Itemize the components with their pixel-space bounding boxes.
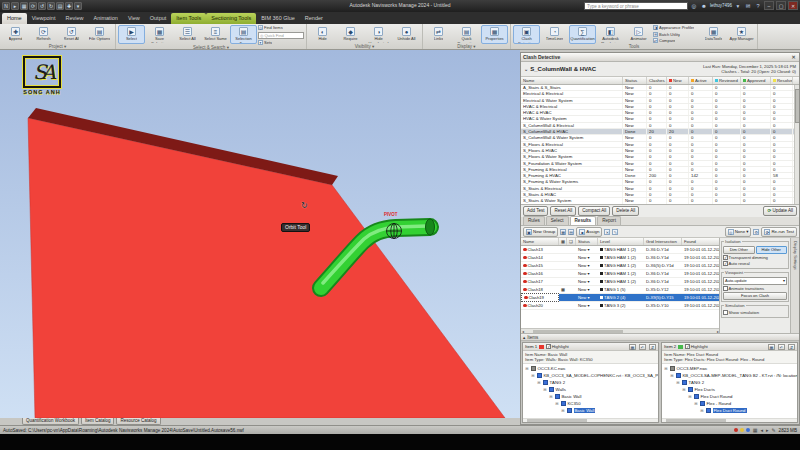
- tree-node[interactable]: ⊞Walls: [523, 386, 658, 393]
- item-grid-icon[interactable]: ▦: [629, 344, 636, 350]
- ribbon-tab-output[interactable]: Output: [145, 13, 172, 24]
- message-icon[interactable]: ✉: [744, 2, 752, 10]
- result-status[interactable]: New ▾: [576, 254, 598, 261]
- auto-reveal-checkbox[interactable]: Auto reveal: [723, 261, 787, 266]
- item-back-icon[interactable]: ↶: [778, 344, 785, 350]
- tree-node[interactable]: ⊞Basic Wall: [523, 393, 658, 400]
- refresh-button[interactable]: ⟳Refresh: [30, 25, 57, 44]
- append-button[interactable]: ✚Append: [2, 25, 29, 44]
- item-tree[interactable]: ⊞OCC3-MEP.nwc⊞KB_OCC3-SA-MEP-MODEL_TẦNG …: [662, 364, 797, 418]
- result-status[interactable]: New ▾: [576, 270, 598, 277]
- ribbon-tab-review[interactable]: Review: [60, 13, 88, 24]
- ungroup-icon[interactable]: ▤: [568, 229, 574, 235]
- result-status[interactable]: New ▾: [576, 278, 598, 285]
- timeliner-button[interactable]: ◔TimeLiner: [541, 25, 568, 44]
- help-icon[interactable]: ?: [754, 2, 762, 10]
- find-items-button[interactable]: ◎Find Items: [258, 25, 304, 31]
- compact-all-button[interactable]: Compact All: [578, 206, 610, 216]
- result-status[interactable]: New ▾: [576, 302, 598, 309]
- tree-expand-icon[interactable]: ⊞: [531, 373, 535, 378]
- dropdown-caret-icon[interactable]: ▾: [734, 2, 742, 10]
- result-status[interactable]: New ▾: [576, 294, 598, 301]
- assign-button[interactable]: ☻ Assign: [576, 227, 602, 237]
- save-selection-button[interactable]: ▦Save Selection: [146, 25, 173, 44]
- update-all-button[interactable]: ⟳ Update All: [763, 206, 797, 216]
- focus-on-clash-button[interactable]: Focus on Clash: [723, 292, 787, 300]
- delete-all-button[interactable]: Delete All: [612, 206, 639, 216]
- tests-col-clashes[interactable]: Clashes: [647, 77, 667, 84]
- qat-icon-8[interactable]: ▾: [74, 2, 82, 10]
- ribbon-tab-sectioning-tools[interactable]: Sectioning Tools: [206, 13, 256, 24]
- prev-sheet-icon[interactable]: ◂: [760, 427, 763, 433]
- ribbon-tab-item-tools[interactable]: Item Tools: [171, 13, 206, 24]
- select-same-button[interactable]: ≡Select Same: [202, 25, 229, 44]
- tree-expand-icon[interactable]: ⊞: [543, 387, 547, 392]
- sheet-browser-icon[interactable]: ▦: [753, 427, 758, 433]
- reset-all-button[interactable]: Reset All: [550, 206, 576, 216]
- write-report-icon[interactable]: ✎: [612, 229, 618, 235]
- clash-tab-report[interactable]: Report: [597, 216, 621, 225]
- results-col-level[interactable]: Level: [598, 238, 644, 245]
- ribbon-tab-render[interactable]: Render: [300, 13, 328, 24]
- dim-other-button[interactable]: Dim Other: [723, 246, 755, 254]
- tests-col-approved[interactable]: Approved: [741, 77, 771, 84]
- tree-node[interactable]: ⊞TẦNG 2: [523, 379, 658, 386]
- display-settings-tab[interactable]: Display Settings: [790, 238, 799, 333]
- results-col-found[interactable]: Found: [682, 238, 720, 245]
- ribbon-tab-viewpoint[interactable]: Viewpoint: [27, 13, 61, 24]
- tree-node[interactable]: ⊞Flex Duct Round: [662, 407, 797, 414]
- item-swap-icon[interactable]: ⇵: [788, 344, 795, 350]
- unhide-all-button[interactable]: ●Unhide All: [393, 25, 420, 44]
- panel-title-bar[interactable]: Clash Detective ✕: [521, 53, 799, 62]
- tree-expand-icon[interactable]: ⊞: [555, 401, 559, 406]
- group-icon[interactable]: ▦: [560, 229, 566, 235]
- ribbon-tab-bim-360-glue[interactable]: BIM 360 Glue: [256, 13, 300, 24]
- tree-expand-icon[interactable]: ⊞: [688, 394, 692, 399]
- tree-expand-icon[interactable]: ⊞: [682, 387, 686, 392]
- datatools-button[interactable]: ▦DataTools: [700, 25, 727, 44]
- select-all-button[interactable]: ☰Select All: [174, 25, 201, 44]
- user-avatar-icon[interactable]: ☻: [700, 2, 708, 10]
- tree-node[interactable]: ⊞Flex - Round: [662, 400, 797, 407]
- item-tree[interactable]: ⊞OCC3-KC.nwc⊞KB_OCC3_SA_MODEL-COPHENKC.r…: [523, 364, 658, 418]
- settings-icon[interactable]: ⚙: [753, 229, 759, 235]
- hide-other-button[interactable]: Hide Other: [756, 246, 788, 254]
- bottom-tab-resource-catalog[interactable]: Resource Catalog: [116, 418, 160, 425]
- quantification-button[interactable]: ∑Quantification: [569, 25, 596, 44]
- links-button[interactable]: ⇄Links: [425, 25, 452, 44]
- close-button[interactable]: ✕: [788, 1, 798, 10]
- clash-result-row[interactable]: Clash19New ▾TẦNG 2 (4)D-X9(5):D-Y1519:10…: [521, 294, 719, 302]
- require-button[interactable]: ◆Require: [337, 25, 364, 44]
- tests-col-active[interactable]: Active: [689, 77, 713, 84]
- qat-icon-2[interactable]: ▦: [20, 2, 28, 10]
- ribbon-tab-home[interactable]: Home: [2, 13, 27, 24]
- tests-col-new[interactable]: New: [667, 77, 689, 84]
- clash-detective-button[interactable]: ▣Clash Detective: [513, 25, 540, 44]
- new-group-button[interactable]: ▣ New Group: [523, 227, 558, 237]
- tree-node[interactable]: ⊞TẦNG 2: [662, 379, 797, 386]
- tests-col-name[interactable]: Name: [521, 77, 623, 84]
- test-row[interactable]: S_Stairs & Water SystemNew000000: [521, 198, 799, 204]
- item-back-icon[interactable]: ↶: [639, 344, 646, 350]
- tree-node[interactable]: ⊞KB_OCC3_SA_MODEL-COPHENKC.rvt : KB_OCC3…: [523, 372, 658, 379]
- bottom-tab-quantification-workbook[interactable]: Quantification Workbook: [22, 418, 79, 425]
- quick-properties-button[interactable]: ▤Quick Properties: [453, 25, 480, 44]
- result-status[interactable]: New ▾: [576, 286, 598, 293]
- ribbon-tab-view[interactable]: View: [123, 13, 145, 24]
- tree-expand-icon[interactable]: ⊞: [561, 408, 565, 413]
- app-manager-button[interactable]: ★App Manager: [728, 25, 755, 44]
- collapse-chevron-icon[interactable]: ⌄: [524, 66, 528, 72]
- item-tree-hscrollbar[interactable]: [523, 418, 658, 422]
- binoculars-icon[interactable]: ◎: [690, 2, 698, 10]
- animate-transitions-checkbox[interactable]: Animate transitions: [723, 286, 787, 291]
- tests-col-resolved[interactable]: Resolved: [771, 77, 793, 84]
- tree-node[interactable]: ⊞Basic Wall: [523, 407, 658, 414]
- tree-node[interactable]: ⊞KB_OCC3-SA-MEP-MODEL_TẦNG B2 - KT.rvt :…: [662, 372, 797, 379]
- hide-button[interactable]: ◐Hide: [309, 25, 336, 44]
- show-simulation-checkbox[interactable]: Show simulation: [723, 310, 787, 315]
- autodesk-rendering-button[interactable]: ◧Autodesk Rendering: [597, 25, 624, 44]
- clash-tab-results[interactable]: Results: [570, 216, 597, 225]
- tree-node[interactable]: ⊞Flex Duct Round: [662, 393, 797, 400]
- result-status[interactable]: New ▾: [576, 246, 598, 253]
- transparent-dimming-checkbox[interactable]: Transparent dimming: [723, 255, 787, 260]
